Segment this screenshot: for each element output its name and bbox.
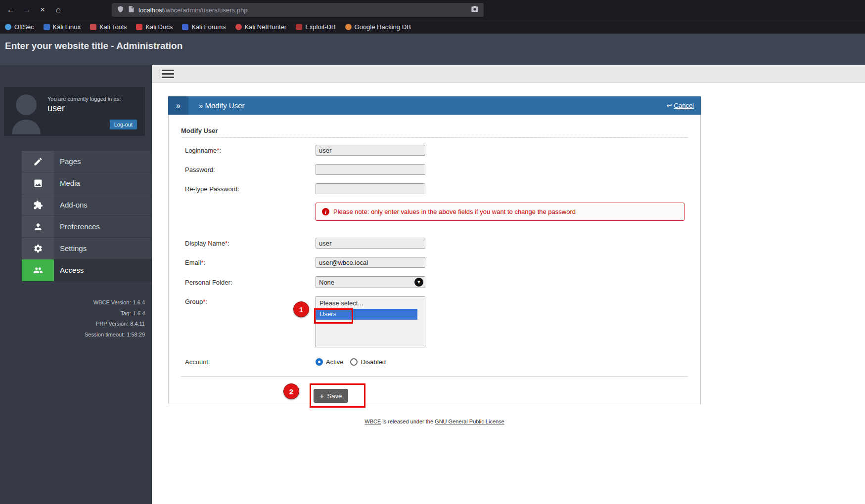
kali-docs-icon bbox=[136, 24, 142, 30]
save-button[interactable]: + Save bbox=[314, 389, 348, 403]
password-row: Password: bbox=[181, 164, 688, 175]
bookmark-kali-tools[interactable]: Kali Tools bbox=[90, 23, 127, 31]
bookmark-label: Kali Linux bbox=[53, 23, 81, 31]
sidebar-item-preferences[interactable]: Preferences bbox=[22, 216, 152, 238]
gear-icon bbox=[22, 238, 54, 259]
panel-collapse-icon[interactable]: » bbox=[168, 96, 188, 115]
sidebar-item-pages[interactable]: Pages bbox=[22, 151, 152, 172]
bookmark-label: Kali Tools bbox=[99, 23, 127, 31]
bookmark-kali-linux[interactable]: Kali Linux bbox=[44, 23, 81, 31]
bookmark-exploit-db[interactable]: Exploit-DB bbox=[296, 23, 335, 31]
avatar bbox=[11, 92, 42, 134]
info-value: 1.6.4 bbox=[133, 299, 145, 305]
bookmark-kali-forums[interactable]: Kali Forums bbox=[182, 23, 226, 31]
group-option-please-select[interactable]: Please select... bbox=[316, 298, 425, 309]
login-note: You are currently logged in as: bbox=[47, 96, 121, 102]
info-label: Tag: bbox=[121, 310, 131, 316]
shield-icon[interactable] bbox=[117, 5, 128, 15]
group-listbox[interactable]: Please select... Users bbox=[316, 296, 425, 347]
cancel-link[interactable]: ↩ Cancel bbox=[667, 102, 694, 109]
display-name-input[interactable] bbox=[316, 238, 425, 249]
save-row: + Save bbox=[181, 383, 688, 408]
email-label: Email*: bbox=[185, 259, 316, 266]
bookmark-label: OffSec bbox=[14, 23, 34, 31]
panel-title: » Modify User bbox=[199, 101, 245, 110]
home-icon[interactable]: ⌂ bbox=[50, 5, 66, 15]
group-row: Group*: Please select... Users bbox=[181, 296, 688, 347]
plus-icon: + bbox=[320, 392, 324, 400]
account-active-option[interactable]: Active bbox=[316, 358, 343, 366]
user-panel: You are currently logged in as: user Log… bbox=[4, 87, 145, 136]
save-label: Save bbox=[327, 392, 342, 400]
modify-user-header: » » Modify User ↩ Cancel bbox=[168, 96, 701, 115]
active-radio[interactable] bbox=[316, 358, 323, 366]
sidebar-item-label: Media bbox=[54, 172, 152, 194]
password-note-text: Please note: only enter values in the ab… bbox=[333, 208, 576, 215]
browser-toolbar: ← → × ⌂ localhost/wbce/admin/users/users… bbox=[0, 0, 865, 20]
url-path: /wbce/admin/users/users.php bbox=[164, 6, 247, 14]
password-input[interactable] bbox=[316, 164, 425, 175]
password-label: Password: bbox=[185, 166, 316, 173]
bookmark-offsec[interactable]: OffSec bbox=[5, 23, 34, 31]
info-label: Session timeout: bbox=[85, 332, 125, 337]
kali-linux-icon bbox=[44, 24, 50, 30]
modify-user-form: Modify User Loginname*: Password: Re-typ… bbox=[168, 115, 701, 404]
stop-icon[interactable]: × bbox=[35, 5, 50, 15]
personal-folder-value: None bbox=[319, 279, 334, 286]
page-info-icon[interactable] bbox=[128, 5, 138, 15]
divider bbox=[181, 376, 688, 377]
bookmark-kali-docs[interactable]: Kali Docs bbox=[136, 23, 173, 31]
sidebar-item-addons[interactable]: Add-ons bbox=[22, 194, 152, 216]
info-label: PHP Version: bbox=[96, 321, 128, 327]
addons-icon bbox=[22, 194, 54, 216]
sidebar: You are currently logged in as: user Log… bbox=[0, 65, 152, 504]
email-input[interactable] bbox=[316, 257, 425, 268]
users-group-icon bbox=[22, 259, 54, 281]
google-hacking-db-icon bbox=[345, 24, 352, 30]
session-timeout: Session timeout:1:58:29 bbox=[85, 330, 145, 340]
person-icon bbox=[22, 216, 54, 238]
logout-button[interactable]: Log-out bbox=[110, 120, 137, 129]
info-icon: i bbox=[322, 208, 329, 215]
separator bbox=[181, 137, 688, 138]
group-option-users[interactable]: Users bbox=[316, 309, 417, 320]
sidebar-item-media[interactable]: Media bbox=[22, 172, 152, 194]
site-header: Enter your website title - Administratio… bbox=[0, 34, 865, 65]
loginname-label: Loginname*: bbox=[185, 147, 316, 154]
hamburger-menu-icon[interactable] bbox=[162, 70, 174, 78]
info-value: 1:58:29 bbox=[127, 332, 145, 337]
sidebar-item-access[interactable]: Access bbox=[22, 259, 152, 281]
kali-forums-icon bbox=[182, 24, 188, 30]
group-label: Group*: bbox=[185, 296, 316, 305]
info-value: 8.4.11 bbox=[130, 321, 145, 327]
system-info: WBCE Version:1.6.4 Tag:1.6.4 PHP Version… bbox=[85, 297, 145, 340]
wbce-link[interactable]: WBCE bbox=[364, 419, 381, 424]
sidebar-item-label: Access bbox=[54, 259, 152, 281]
chevron-down-icon: ▼ bbox=[414, 278, 423, 287]
personal-folder-select[interactable]: None ▼ bbox=[316, 276, 425, 288]
display-name-row: Display Name*: bbox=[181, 238, 688, 249]
screenshot-icon[interactable] bbox=[471, 5, 479, 15]
account-disabled-option[interactable]: Disabled bbox=[350, 358, 386, 366]
gpl-link[interactable]: GNU General Public License bbox=[435, 419, 504, 424]
bookmark-label: Kali NetHunter bbox=[245, 23, 287, 31]
save-annotation-rect: + Save bbox=[310, 383, 365, 408]
email-row: Email*: bbox=[181, 257, 688, 268]
bookmark-label: Kali Forums bbox=[191, 23, 226, 31]
bookmark-label: Kali Docs bbox=[145, 23, 173, 31]
back-icon[interactable]: ← bbox=[3, 5, 19, 15]
pencil-square-icon bbox=[22, 151, 54, 172]
password-note-alert: i Please note: only enter values in the … bbox=[316, 203, 684, 221]
forward-icon[interactable]: → bbox=[19, 5, 35, 15]
bookmark-google-hacking-db[interactable]: Google Hacking DB bbox=[345, 23, 411, 31]
bookmark-label: Exploit-DB bbox=[305, 23, 335, 31]
section-title: Modify User bbox=[181, 127, 688, 134]
bookmark-kali-nethunter[interactable]: Kali NetHunter bbox=[235, 23, 287, 31]
retype-password-row: Re-type Password: bbox=[181, 183, 688, 194]
sidebar-item-settings[interactable]: Settings bbox=[22, 238, 152, 259]
retype-password-input[interactable] bbox=[316, 183, 425, 194]
loginname-row: Loginname*: bbox=[181, 145, 688, 156]
url-bar[interactable]: localhost/wbce/admin/users/users.php bbox=[112, 3, 484, 17]
loginname-input[interactable] bbox=[316, 145, 425, 156]
disabled-radio[interactable] bbox=[350, 358, 358, 366]
